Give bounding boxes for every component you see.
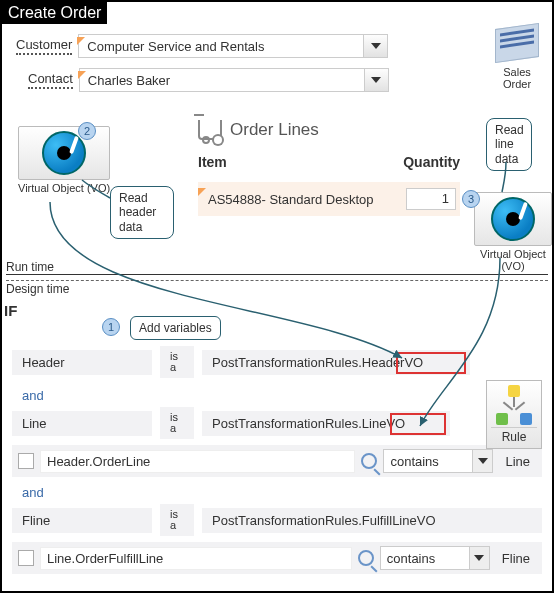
runtime-label: Run time [6, 260, 54, 274]
designtime-divider [6, 280, 548, 281]
chevron-down-icon [474, 555, 484, 561]
and-keyword: and [12, 384, 542, 407]
isa-label: is a [160, 504, 194, 536]
contact-dropdown[interactable]: Charles Baker [79, 68, 389, 92]
rule-row-line: Line is a PostTransformationRules.LineVO [12, 407, 542, 439]
runtime-divider [6, 274, 548, 275]
contact-value: Charles Baker [80, 73, 364, 88]
col-item: Item [198, 154, 227, 170]
step-badge-2: 2 [78, 122, 96, 140]
step-badge-3: 3 [462, 190, 480, 208]
virtual-object-left: Virtual Object (VO) [18, 126, 110, 194]
type-line[interactable]: PostTransformationRules.LineVO [202, 411, 450, 436]
callout-read-header: Read header data [110, 186, 174, 239]
customer-label: Customer [16, 37, 72, 55]
var-line[interactable]: Line [12, 411, 152, 436]
if-label: IF [4, 302, 17, 319]
cond1-operator[interactable]: contains [383, 449, 493, 473]
callout-read-line: Read line data [486, 118, 532, 171]
line-item-name: AS54888- Standard Desktop [202, 192, 374, 207]
var-header[interactable]: Header [12, 350, 152, 375]
cond1-checkbox[interactable] [18, 453, 34, 469]
cond2-checkbox[interactable] [18, 550, 34, 566]
order-line-row: AS54888- Standard Desktop 1 [198, 182, 460, 216]
search-icon[interactable] [358, 550, 374, 566]
contact-label: Contact [28, 71, 73, 89]
contact-dropdown-button[interactable] [364, 69, 388, 91]
vo-label-left: Virtual Object (VO) [18, 182, 110, 194]
cart-icon [198, 120, 222, 140]
disc-icon [491, 197, 535, 241]
and-keyword: and [12, 481, 542, 504]
var-fline[interactable]: Fline [12, 508, 152, 533]
virtual-object-right: Virtual Object (VO) [474, 192, 552, 272]
disc-icon [42, 131, 86, 175]
order-lines-heading: Order Lines [198, 120, 460, 140]
line-qty-input[interactable]: 1 [406, 188, 456, 210]
chevron-down-icon [371, 77, 381, 83]
condition-row-1: Header.OrderLine contains Line [12, 445, 542, 477]
order-lines-panel: Order Lines Item Quantity AS54888- Stand… [198, 120, 460, 216]
isa-label: is a [160, 346, 194, 378]
rule-row-fline: Fline is a PostTransformationRules.Fulfi… [12, 504, 542, 536]
customer-value: Computer Service and Rentals [79, 39, 363, 54]
cond2-lhs[interactable]: Line.OrderFulfillLine [40, 547, 352, 570]
type-header[interactable]: PostTransformationRules.HeaderVO [202, 350, 470, 375]
chevron-down-icon [371, 43, 381, 49]
customer-dropdown[interactable]: Computer Service and Rentals [78, 34, 388, 58]
rule-icon-label: Rule [491, 427, 537, 444]
rules-area: Header is a PostTransformationRules.Head… [12, 320, 542, 578]
cond1-rhs[interactable]: Line [499, 451, 536, 472]
type-fline[interactable]: PostTransformationRules.FulfillLineVO [202, 508, 542, 533]
cond2-operator[interactable]: contains [380, 546, 490, 570]
customer-dropdown-button[interactable] [363, 35, 387, 57]
rule-row-header: Header is a PostTransformationRules.Head… [12, 346, 542, 378]
col-qty: Quantity [403, 154, 460, 170]
cond2-rhs[interactable]: Fline [496, 548, 536, 569]
sales-order-icon: Sales Order [492, 26, 542, 90]
chevron-down-icon [478, 458, 488, 464]
condition-row-2: Line.OrderFulfillLine contains Fline [12, 542, 542, 574]
rule-tree-icon [494, 385, 534, 425]
page-title: Create Order [2, 2, 107, 24]
vo-label-right: Virtual Object (VO) [474, 248, 552, 272]
cond1-lhs[interactable]: Header.OrderLine [40, 450, 355, 473]
designtime-label: Design time [6, 282, 69, 296]
rule-icon-block: Rule [486, 380, 542, 449]
isa-label: is a [160, 407, 194, 439]
search-icon[interactable] [361, 453, 377, 469]
sales-order-label: Sales Order [492, 66, 542, 90]
